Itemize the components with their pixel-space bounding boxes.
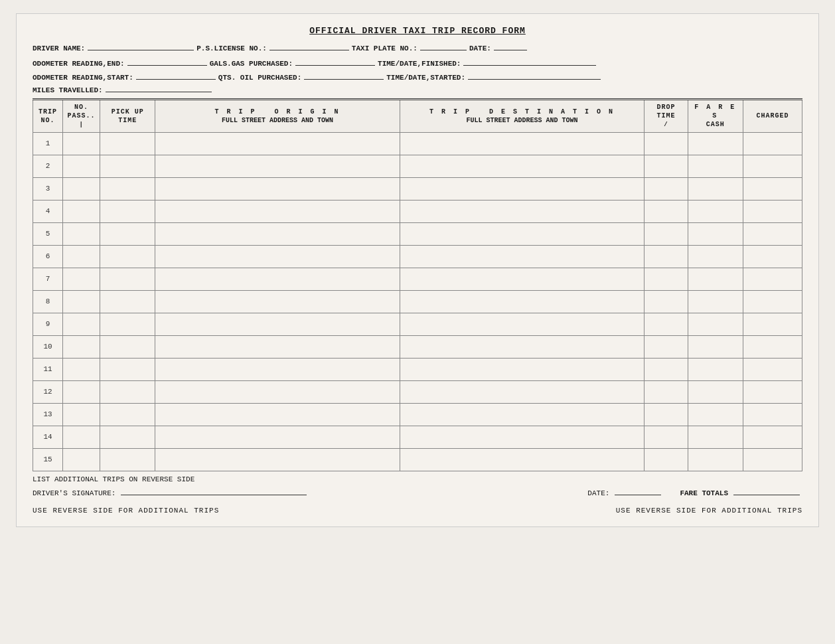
fare-totals-field[interactable]: [733, 486, 800, 495]
pickup-time-8[interactable]: [100, 290, 155, 313]
pass-count-5[interactable]: [63, 222, 100, 245]
drivers-signature-field[interactable]: [121, 486, 307, 495]
trip-number-1[interactable]: 1: [33, 132, 63, 155]
pickup-time-1[interactable]: [100, 132, 155, 155]
drop-time-8[interactable]: [645, 290, 688, 313]
trip-number-13[interactable]: 13: [33, 403, 63, 426]
fares-charged-6[interactable]: [743, 245, 802, 268]
pass-count-14[interactable]: [63, 426, 100, 448]
pickup-time-12[interactable]: [100, 380, 155, 403]
driver-name-field[interactable]: [88, 41, 194, 50]
fares-cash-15[interactable]: [688, 448, 743, 471]
ps-license-field[interactable]: [269, 41, 349, 50]
trip-destination-10[interactable]: [400, 335, 644, 358]
fares-cash-3[interactable]: [688, 177, 743, 200]
trip-destination-14[interactable]: [400, 426, 644, 448]
trip-origin-6[interactable]: [155, 245, 400, 268]
trip-origin-2[interactable]: [155, 155, 400, 177]
trip-destination-7[interactable]: [400, 268, 644, 290]
trip-origin-5[interactable]: [155, 222, 400, 245]
drop-time-10[interactable]: [645, 335, 688, 358]
pass-count-9[interactable]: [63, 313, 100, 335]
trip-destination-4[interactable]: [400, 200, 644, 222]
pickup-time-7[interactable]: [100, 268, 155, 290]
trip-number-5[interactable]: 5: [33, 222, 63, 245]
pass-count-7[interactable]: [63, 268, 100, 290]
trip-number-11[interactable]: 11: [33, 358, 63, 380]
fares-charged-14[interactable]: [743, 426, 802, 448]
fares-charged-9[interactable]: [743, 313, 802, 335]
pass-count-1[interactable]: [63, 132, 100, 155]
drop-time-13[interactable]: [645, 403, 688, 426]
trip-destination-9[interactable]: [400, 313, 644, 335]
drop-time-6[interactable]: [645, 245, 688, 268]
trip-number-14[interactable]: 14: [33, 426, 63, 448]
pickup-time-14[interactable]: [100, 426, 155, 448]
fares-cash-14[interactable]: [688, 426, 743, 448]
trip-destination-12[interactable]: [400, 380, 644, 403]
pickup-time-15[interactable]: [100, 448, 155, 471]
fares-cash-11[interactable]: [688, 358, 743, 380]
fares-cash-10[interactable]: [688, 335, 743, 358]
fares-cash-4[interactable]: [688, 200, 743, 222]
odometer-end-field[interactable]: [127, 56, 207, 66]
trip-origin-13[interactable]: [155, 403, 400, 426]
trip-number-7[interactable]: 7: [33, 268, 63, 290]
fares-charged-3[interactable]: [743, 177, 802, 200]
trip-number-4[interactable]: 4: [33, 200, 63, 222]
pass-count-12[interactable]: [63, 380, 100, 403]
fares-charged-5[interactable]: [743, 222, 802, 245]
fares-charged-10[interactable]: [743, 335, 802, 358]
fares-cash-7[interactable]: [688, 268, 743, 290]
trip-number-9[interactable]: 9: [33, 313, 63, 335]
drop-time-7[interactable]: [645, 268, 688, 290]
odometer-start-field[interactable]: [136, 70, 216, 80]
trip-origin-3[interactable]: [155, 177, 400, 200]
trip-number-3[interactable]: 3: [33, 177, 63, 200]
trip-origin-4[interactable]: [155, 200, 400, 222]
trip-origin-8[interactable]: [155, 290, 400, 313]
trip-number-15[interactable]: 15: [33, 448, 63, 471]
fares-charged-2[interactable]: [743, 155, 802, 177]
fares-charged-8[interactable]: [743, 290, 802, 313]
trip-destination-13[interactable]: [400, 403, 644, 426]
trip-destination-1[interactable]: [400, 132, 644, 155]
fares-charged-15[interactable]: [743, 448, 802, 471]
fares-charged-1[interactable]: [743, 132, 802, 155]
time-date-finished-field[interactable]: [463, 56, 596, 66]
trip-number-12[interactable]: 12: [33, 380, 63, 403]
fares-cash-13[interactable]: [688, 403, 743, 426]
trip-number-8[interactable]: 8: [33, 290, 63, 313]
trip-number-10[interactable]: 10: [33, 335, 63, 358]
fares-cash-5[interactable]: [688, 222, 743, 245]
drop-time-1[interactable]: [645, 132, 688, 155]
pass-count-2[interactable]: [63, 155, 100, 177]
trip-destination-2[interactable]: [400, 155, 644, 177]
fares-charged-11[interactable]: [743, 358, 802, 380]
trip-number-2[interactable]: 2: [33, 155, 63, 177]
trip-destination-3[interactable]: [400, 177, 644, 200]
fares-cash-6[interactable]: [688, 245, 743, 268]
trip-origin-11[interactable]: [155, 358, 400, 380]
pass-count-6[interactable]: [63, 245, 100, 268]
trip-destination-5[interactable]: [400, 222, 644, 245]
pass-count-4[interactable]: [63, 200, 100, 222]
trip-origin-1[interactable]: [155, 132, 400, 155]
taxi-plate-field[interactable]: [420, 41, 467, 50]
pass-count-10[interactable]: [63, 335, 100, 358]
pickup-time-11[interactable]: [100, 358, 155, 380]
fares-charged-12[interactable]: [743, 380, 802, 403]
pickup-time-13[interactable]: [100, 403, 155, 426]
gals-gas-field[interactable]: [295, 56, 375, 66]
pickup-time-2[interactable]: [100, 155, 155, 177]
fares-cash-9[interactable]: [688, 313, 743, 335]
fares-cash-8[interactable]: [688, 290, 743, 313]
pickup-time-6[interactable]: [100, 245, 155, 268]
drop-time-4[interactable]: [645, 200, 688, 222]
pass-count-13[interactable]: [63, 403, 100, 426]
drop-time-14[interactable]: [645, 426, 688, 448]
trip-destination-11[interactable]: [400, 358, 644, 380]
trip-destination-8[interactable]: [400, 290, 644, 313]
pickup-time-10[interactable]: [100, 335, 155, 358]
pass-count-3[interactable]: [63, 177, 100, 200]
